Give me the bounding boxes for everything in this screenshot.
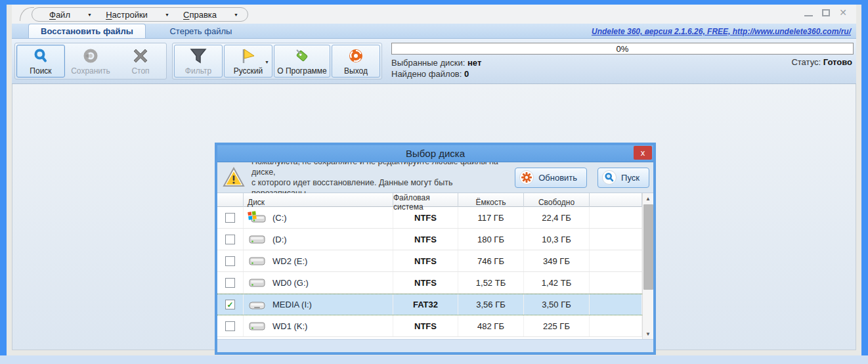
drive-filesystem: NTFS bbox=[393, 207, 458, 228]
drive-free: 225 ГБ bbox=[524, 315, 590, 336]
scroll-up-icon[interactable]: ▲ bbox=[643, 193, 654, 204]
hard-drive-icon bbox=[247, 232, 267, 246]
chevron-down-icon: ▼ bbox=[234, 12, 238, 17]
system-drive-icon bbox=[247, 210, 267, 225]
drive-free: 349 ГБ bbox=[524, 250, 590, 271]
removable-drive-icon bbox=[247, 298, 267, 312]
search-button-label: Поиск bbox=[30, 66, 51, 76]
save-icon bbox=[82, 47, 99, 64]
menu-settings-label: Настройки bbox=[106, 10, 148, 20]
language-button[interactable]: Русский ▼ bbox=[224, 45, 272, 78]
drive-name: (C:) bbox=[272, 213, 287, 223]
start-button-label: Пуск bbox=[621, 173, 640, 183]
row-checkbox[interactable]: ✓ bbox=[225, 256, 235, 266]
menu-file[interactable]: Файл ▼ bbox=[49, 10, 92, 20]
toolbar-group-options: Фильтр Русский ▼ О Программе Выход bbox=[172, 43, 382, 80]
row-checkbox[interactable]: ✓ bbox=[225, 321, 235, 331]
gear-icon bbox=[519, 170, 534, 185]
row-checkbox[interactable]: ✓ bbox=[225, 235, 235, 244]
window-controls: ✕ bbox=[804, 9, 847, 16]
stop-button[interactable]: Стоп bbox=[116, 45, 165, 78]
about-button-label: О Программе bbox=[277, 66, 327, 76]
search-button[interactable]: Поиск bbox=[16, 45, 65, 78]
refresh-button[interactable]: Обновить bbox=[515, 168, 587, 188]
minimize-button[interactable] bbox=[804, 9, 813, 16]
table-header: Диск Файловая система Ёмкость Свободно bbox=[217, 193, 642, 207]
flag-icon bbox=[240, 47, 257, 64]
status-zone: 0% Выбранные диски: нет Найдено файлов: … bbox=[391, 43, 854, 80]
drive-filesystem: FAT32 bbox=[393, 294, 458, 315]
drive-filesystem: NTFS bbox=[393, 229, 458, 250]
disk-table-grid: Диск Файловая система Ёмкость Свободно ✓… bbox=[217, 193, 642, 339]
product-version-link[interactable]: Undelete 360, версия 2.1.6.26, FREE, htt… bbox=[592, 27, 851, 36]
scrollbar-thumb[interactable] bbox=[643, 204, 653, 290]
save-button-label: Сохранить bbox=[71, 66, 110, 76]
selected-disks-line: Выбранные диски: нет bbox=[391, 57, 481, 68]
stop-button-label: Стоп bbox=[131, 66, 149, 76]
drive-name: MEDIA (I:) bbox=[272, 300, 312, 309]
drive-filesystem: NTFS bbox=[393, 315, 458, 336]
selected-disks-value: нет bbox=[467, 58, 481, 68]
scroll-down-icon[interactable]: ▼ bbox=[643, 329, 654, 339]
filter-button-label: Фильтр bbox=[185, 66, 211, 76]
table-row[interactable]: ✓ (D:) NTFS 180 ГБ 10,3 ГБ bbox=[217, 229, 642, 250]
hard-drive-icon bbox=[247, 275, 267, 290]
disk-selection-dialog: Выбор диска x Пожалуйста, не сохраняйте … bbox=[215, 143, 656, 355]
close-button[interactable]: ✕ bbox=[839, 9, 847, 16]
save-button[interactable]: Сохранить bbox=[66, 45, 115, 78]
warning-text: Пожалуйста, не сохраняйте и не редактиру… bbox=[251, 156, 504, 198]
disk-table: Диск Файловая система Ёмкость Свободно ✓… bbox=[217, 193, 653, 339]
menu-help[interactable]: Справка ▼ bbox=[183, 10, 238, 20]
exit-button-label: Выход bbox=[344, 66, 368, 76]
table-row[interactable]: ✓ WD1 (K:) NTFS 482 ГБ 225 ГБ bbox=[217, 315, 642, 337]
drive-capacity: 180 ГБ bbox=[458, 229, 524, 250]
drive-capacity: 3,56 ГБ bbox=[458, 294, 524, 315]
search-icon bbox=[32, 47, 49, 64]
chevron-down-icon: ▼ bbox=[265, 60, 269, 64]
desktop-strip bbox=[0, 355, 868, 364]
menu-file-label: Файл bbox=[49, 10, 70, 20]
tab-erase-files[interactable]: Стереть файлы bbox=[146, 24, 256, 38]
about-button[interactable]: О Программе bbox=[274, 45, 330, 78]
start-button[interactable]: Пуск bbox=[597, 168, 649, 188]
warning-icon bbox=[223, 167, 245, 188]
drive-name: (D:) bbox=[272, 235, 287, 244]
check-icon: ✓ bbox=[227, 301, 233, 309]
row-checkbox[interactable]: ✓ bbox=[225, 213, 235, 223]
drive-capacity: 1,52 ТБ bbox=[458, 272, 524, 293]
toolbar-group-actions: Поиск Сохранить Стоп bbox=[14, 43, 167, 80]
status-value: Готово bbox=[823, 57, 852, 67]
files-found-value: 0 bbox=[464, 69, 469, 79]
filter-button[interactable]: Фильтр bbox=[174, 45, 223, 78]
status-lines: Выбранные диски: нет Найдено файлов: 0 С… bbox=[391, 55, 854, 80]
filter-icon bbox=[190, 47, 207, 64]
drive-filesystem: NTFS bbox=[393, 272, 458, 293]
hard-drive-icon bbox=[247, 319, 267, 333]
dialog-titlebar[interactable]: Выбор диска x bbox=[217, 145, 653, 162]
drive-name: WD1 (K:) bbox=[272, 321, 307, 331]
drive-name: WD2 (E:) bbox=[272, 256, 307, 266]
table-row-selected[interactable]: ✓ MEDIA (I:) FAT32 3,56 ГБ 3,50 ГБ bbox=[217, 294, 642, 315]
row-checkbox[interactable]: ✓ bbox=[225, 278, 235, 288]
dialog-close-button[interactable]: x bbox=[634, 146, 652, 160]
tab-recover-files[interactable]: Восстановить файлы bbox=[28, 24, 146, 38]
table-scrollbar[interactable]: ▲ ▼ bbox=[642, 193, 653, 339]
row-checkbox[interactable]: ✓ bbox=[225, 300, 235, 309]
drive-free: 3,50 ГБ bbox=[524, 294, 590, 315]
maximize-button[interactable] bbox=[822, 9, 830, 16]
tab-bar: Восстановить файлы Стереть файлы Undelet… bbox=[12, 24, 856, 39]
dialog-title: Выбор диска bbox=[406, 148, 465, 159]
language-button-label: Русский bbox=[234, 66, 263, 76]
menu-help-label: Справка bbox=[183, 10, 217, 20]
table-row[interactable]: ✓ WD0 (G:) NTFS 1,52 ТБ 1,42 ТБ bbox=[217, 272, 642, 294]
menu-settings[interactable]: Настройки ▼ bbox=[106, 10, 169, 20]
table-row[interactable]: ✓ (C:) NTFS 117 ГБ 22,4 ГБ bbox=[217, 207, 642, 229]
exit-button[interactable]: Выход bbox=[332, 45, 380, 78]
drive-free: 22,4 ГБ bbox=[524, 207, 590, 228]
menu-group: Файл ▼ Настройки ▼ Справка ▼ bbox=[32, 7, 248, 22]
drive-free: 10,3 ГБ bbox=[524, 229, 590, 250]
drive-filesystem: NTFS bbox=[393, 250, 458, 271]
exit-icon bbox=[347, 47, 364, 64]
files-found-line: Найдено файлов: 0 bbox=[391, 68, 481, 80]
table-row[interactable]: ✓ WD2 (E:) NTFS 746 ГБ 349 ГБ bbox=[217, 250, 642, 272]
